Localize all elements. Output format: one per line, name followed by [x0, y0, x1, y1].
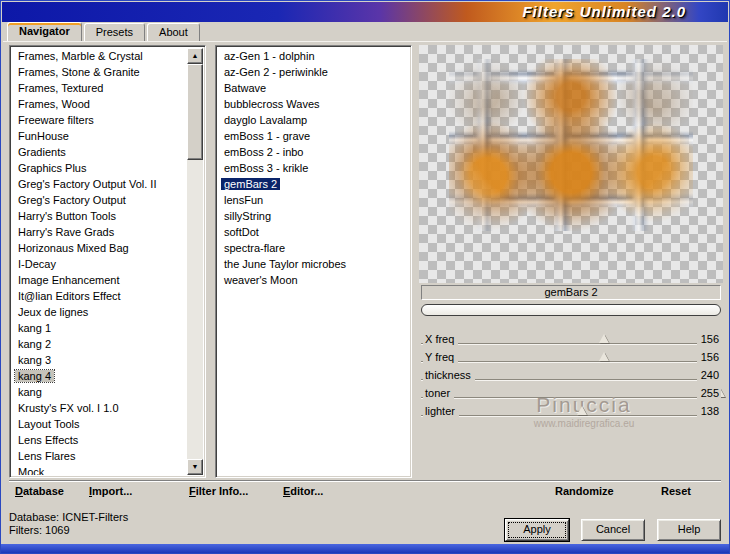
- navigator-scrollbar[interactable]: ▲ ▼: [187, 48, 203, 475]
- list-item[interactable]: emBoss 2 - inbo: [218, 144, 409, 160]
- list-item-label: kang: [15, 386, 45, 398]
- list-item[interactable]: I-Decay: [12, 256, 187, 272]
- slider-thickness: thickness240: [421, 367, 721, 385]
- list-item[interactable]: Greg's Factory Output: [12, 192, 187, 208]
- list-item[interactable]: Harry's Rave Grads: [12, 224, 187, 240]
- list-item[interactable]: Greg's Factory Output Vol. II: [12, 176, 187, 192]
- list-item[interactable]: kang 2: [12, 336, 187, 352]
- slider-thumb[interactable]: [599, 352, 609, 361]
- list-item[interactable]: kang: [12, 384, 187, 400]
- list-item[interactable]: Gradients: [12, 144, 187, 160]
- import-button[interactable]: Import...: [89, 481, 132, 501]
- list-item-label: kang 2: [15, 338, 54, 350]
- list-item[interactable]: kang 3: [12, 352, 187, 368]
- list-item[interactable]: Mock: [12, 464, 187, 475]
- filter-list[interactable]: az-Gen 1 - dolphinaz-Gen 2 - periwinkleB…: [215, 45, 412, 478]
- list-item[interactable]: az-Gen 1 - dolphin: [218, 48, 409, 64]
- tab-presets[interactable]: Presets: [84, 23, 145, 41]
- list-item[interactable]: kang 4: [12, 368, 187, 384]
- list-item-label: Freeware filters: [15, 114, 97, 126]
- list-item-label: bubblecross Waves: [221, 98, 323, 110]
- list-item[interactable]: Freeware filters: [12, 112, 187, 128]
- scroll-down-button[interactable]: ▼: [187, 459, 203, 475]
- list-item[interactable]: Graphics Plus: [12, 160, 187, 176]
- list-item[interactable]: Batwave: [218, 80, 409, 96]
- slider-thumb[interactable]: [599, 334, 609, 343]
- list-item[interactable]: Frames, Wood: [12, 96, 187, 112]
- editor-button[interactable]: Editor...: [283, 481, 323, 501]
- list-item[interactable]: Krusty's FX vol. I 1.0: [12, 400, 187, 416]
- list-item[interactable]: Lens Effects: [12, 432, 187, 448]
- list-item-label: gemBars 2: [221, 178, 280, 190]
- list-item-label: weaver's Moon: [221, 274, 301, 286]
- list-item[interactable]: kang 1: [12, 320, 187, 336]
- randomize-button[interactable]: Randomize: [555, 481, 614, 501]
- slider-track[interactable]: [421, 361, 721, 363]
- list-item-label: az-Gen 1 - dolphin: [221, 50, 318, 62]
- list-item[interactable]: Frames, Stone & Granite: [12, 64, 187, 80]
- slider-thumb[interactable]: [577, 406, 587, 415]
- reset-button[interactable]: Reset: [661, 481, 691, 501]
- list-item[interactable]: Layout Tools: [12, 416, 187, 432]
- list-item[interactable]: lensFun: [218, 192, 409, 208]
- filter-info-button[interactable]: Filter Info...: [189, 481, 248, 501]
- list-item[interactable]: FunHouse: [12, 128, 187, 144]
- list-item[interactable]: dayglo Lavalamp: [218, 112, 409, 128]
- slider-value: 255: [697, 385, 721, 401]
- scrollbar-thumb[interactable]: [187, 64, 203, 160]
- list-item-label: Frames, Marble & Crystal: [15, 50, 146, 62]
- navigator-list[interactable]: Frames, Marble & CrystalFrames, Stone & …: [9, 45, 206, 478]
- help-button[interactable]: Help: [657, 519, 721, 541]
- list-item-label: Layout Tools: [15, 418, 83, 430]
- apply-button[interactable]: Apply: [505, 519, 569, 541]
- list-item[interactable]: It@lian Editors Effect: [12, 288, 187, 304]
- slider-label: toner: [423, 385, 454, 401]
- list-item-label: sillyString: [221, 210, 274, 222]
- scroll-up-button[interactable]: ▲: [187, 48, 203, 64]
- list-item[interactable]: Frames, Marble & Crystal: [12, 48, 187, 64]
- slider-track[interactable]: [421, 415, 721, 417]
- list-item[interactable]: emBoss 1 - grave: [218, 128, 409, 144]
- scroll-down-icon: ▼: [192, 463, 199, 470]
- list-item-label: Mock: [15, 466, 47, 475]
- list-item[interactable]: sillyString: [218, 208, 409, 224]
- list-item[interactable]: az-Gen 2 - periwinkle: [218, 64, 409, 80]
- list-item[interactable]: Horizonaus Mixed Bag: [12, 240, 187, 256]
- list-item[interactable]: bubblecross Waves: [218, 96, 409, 112]
- status-filter-count: Filters: 1069: [9, 524, 70, 536]
- list-item[interactable]: emBoss 3 - krikle: [218, 160, 409, 176]
- slider-track[interactable]: [421, 397, 721, 399]
- list-item[interactable]: weaver's Moon: [218, 272, 409, 288]
- slider-value: 240: [697, 367, 721, 383]
- filter-list-items: az-Gen 1 - dolphinaz-Gen 2 - periwinkleB…: [218, 48, 409, 475]
- list-item[interactable]: Image Enhancement: [12, 272, 187, 288]
- database-button[interactable]: Database: [15, 481, 64, 501]
- list-item[interactable]: softDot: [218, 224, 409, 240]
- list-item[interactable]: Harry's Button Tools: [12, 208, 187, 224]
- footer-toolbar: Database Import... Filter Info... Editor…: [9, 480, 721, 502]
- list-item-label: Krusty's FX vol. I 1.0: [15, 402, 122, 414]
- title-bar[interactable]: Filters Unlimited 2.0: [2, 2, 728, 22]
- tab-bar: Navigator Presets About: [7, 23, 202, 41]
- slider-label: thickness: [423, 367, 475, 383]
- list-item[interactable]: gemBars 2: [218, 176, 409, 192]
- slider-y-freq: Y freq156: [421, 349, 721, 367]
- progress-bar: [421, 304, 721, 316]
- slider-toner: toner255: [421, 385, 721, 403]
- list-item[interactable]: Lens Flares: [12, 448, 187, 464]
- list-item-label: Harry's Rave Grads: [15, 226, 117, 238]
- preview-panel: gemBars 2 X freq156Y freq156thickness240…: [419, 45, 723, 478]
- list-item[interactable]: spectra-flare: [218, 240, 409, 256]
- list-item-label: lensFun: [221, 194, 266, 206]
- tab-navigator[interactable]: Navigator: [7, 22, 82, 41]
- list-item-label: spectra-flare: [221, 242, 288, 254]
- slider-track[interactable]: [421, 343, 721, 345]
- list-item[interactable]: Jeux de lignes: [12, 304, 187, 320]
- list-item-label: Lens Flares: [15, 450, 78, 462]
- cancel-button[interactable]: Cancel: [581, 519, 645, 541]
- scroll-up-icon: ▲: [192, 52, 199, 59]
- list-item[interactable]: Frames, Textured: [12, 80, 187, 96]
- tab-about[interactable]: About: [147, 23, 200, 41]
- list-item-label: Batwave: [221, 82, 269, 94]
- list-item[interactable]: the June Taylor microbes: [218, 256, 409, 272]
